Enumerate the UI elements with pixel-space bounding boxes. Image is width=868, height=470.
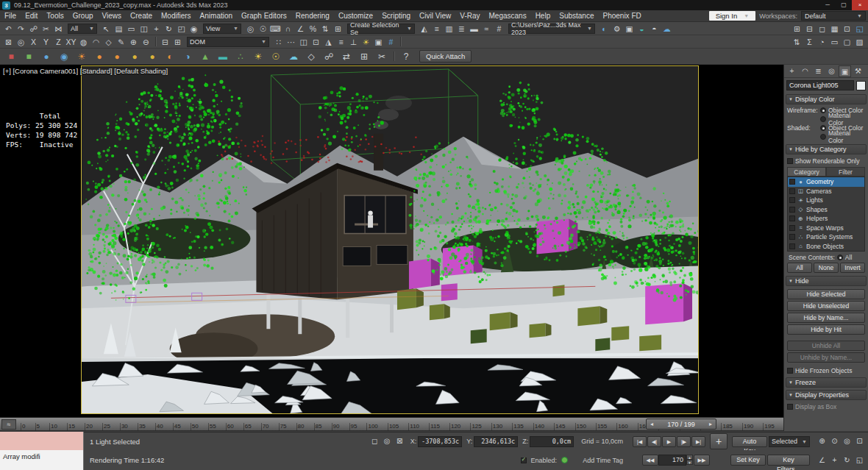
corona-render-icon[interactable]: ◐ [161,49,179,64]
frame-tick-label[interactable]: 110 [408,423,419,430]
menu-item[interactable]: V-Ray [455,10,484,21]
viewport-scene[interactable] [82,66,698,413]
menu-item[interactable]: Phoenix FD [598,10,645,21]
scene-cleaner-icon[interactable]: ✂ [373,49,391,64]
viewport-config-icon[interactable]: ⊡ [841,23,853,35]
go-to-start-icon[interactable]: |◀ [633,436,647,447]
workspace-dropdown[interactable]: Default ▼ [801,11,866,21]
selection-lock-icon[interactable]: ⊠ [2,36,15,48]
phoenix-liquid-icon[interactable]: ◉ [55,49,73,64]
remove-modifier-icon[interactable]: ⊟ [159,36,171,48]
spinner-snap-icon[interactable]: ⇅ [319,23,332,35]
frame-tick-label[interactable]: 10 [49,423,57,430]
viewport-split-icon[interactable]: ⊟ [803,23,816,35]
normal-align-icon[interactable]: ⊥ [347,36,360,48]
category-lights[interactable]: ☀ Lights [788,196,864,205]
selection-region-icon[interactable]: ▭ [125,23,138,35]
relink-bitmaps-icon[interactable]: ☍ [320,49,338,64]
display-tab-icon[interactable]: ▣ [839,65,851,77]
maxscript-listener[interactable]: Array modifi [0,450,84,470]
tab-filter[interactable]: Filter [826,167,865,177]
category-checkbox[interactable] [789,216,795,221]
snaps-toggle-icon[interactable]: ∩ [282,23,294,35]
select-link-icon[interactable]: ☍ [27,23,40,35]
render-teapot-1-icon[interactable]: ● [90,49,108,64]
isolate-selection-icon[interactable]: ◻ [369,435,381,447]
track-bar[interactable]: ≈ 05101520253035404550556065707580859095… [0,417,783,431]
enabled-checkbox[interactable] [521,457,527,463]
category-checkbox[interactable] [789,234,795,240]
tab-category[interactable]: Category [787,167,826,177]
viewport-label[interactable]: [+] [Corona Camera001] [Standard] [Defau… [3,67,168,75]
scene-box-red-icon[interactable]: ■ [2,49,20,64]
uvw-tools-icon[interactable]: ⊞ [355,49,373,64]
minimize-button[interactable]: ─ [819,0,836,10]
edge-constraint-icon[interactable]: ◠ [90,36,102,48]
frame-tick-label[interactable]: 185 [721,423,732,430]
hierarchy-tab-icon[interactable]: ≣ [812,65,825,77]
category-bone-objects[interactable]: ⌂ Bone Objects [788,242,864,252]
frame-tick-label[interactable]: 150 [575,423,586,430]
category-select-button[interactable]: All [787,263,812,273]
mirror-tool-icon[interactable]: ◮ [322,36,335,48]
select-object-icon[interactable]: ↖ [100,23,113,35]
frame-tick-label[interactable]: 30 [120,423,128,430]
multiscatter-icon[interactable]: ∴ [232,49,249,64]
frame-tick-label[interactable]: 15 [67,423,75,430]
category-select-button[interactable]: None [814,263,839,273]
render-teapot-4-icon[interactable]: ● [143,49,161,64]
render-production-icon[interactable]: ◒ [636,23,648,35]
menu-item[interactable]: Create [126,10,157,21]
menu-item[interactable]: Rendering [291,10,334,21]
grow-selection-icon[interactable]: ⊕ [127,36,140,48]
light-lister-icon[interactable]: ☀ [249,49,267,64]
frame-tick-label[interactable]: 75 [279,423,287,430]
rollout-hide[interactable]: ▼ Hide [786,276,867,286]
quick-attach-button[interactable]: Quick Attach [419,50,472,63]
unhide-by-name-button[interactable]: Unhide by Name... [787,352,865,363]
utilities-tab-icon[interactable]: ⚒ [852,65,864,77]
object-name-field[interactable]: Corona Light005 [786,80,854,90]
render-iterative-icon[interactable]: ◓ [648,23,661,35]
hide-by-name-button[interactable]: Hide by Name... [787,313,865,323]
enabled-indicator-icon[interactable] [561,457,568,463]
category-checkbox[interactable] [789,179,795,185]
menu-item[interactable]: Views [98,10,127,21]
set-key-button[interactable]: Set Key [730,455,766,466]
y-coordinate-field[interactable]: 2346,613c [474,436,518,447]
frame-tick-label[interactable]: 40 [155,423,163,430]
clone-icon[interactable]: ⊡ [310,36,322,48]
rollout-display-properties[interactable]: ▼ Display Properties [786,390,867,400]
x-coordinate-field[interactable]: -3708,853c [418,436,462,447]
spinner-down-icon[interactable]: ▼ [686,460,693,465]
current-frame-field[interactable]: 170 [658,455,686,466]
bind-spacewarp-icon[interactable]: ⋈ [52,23,65,35]
category-checkbox[interactable] [789,197,795,203]
scene-sphere-blue-icon[interactable]: ● [38,49,55,64]
menu-item[interactable]: Edit [21,10,42,21]
frame-tick-label[interactable]: 20 [85,423,93,430]
scene-explorer-icon[interactable]: ≣ [455,23,468,35]
display-statistics-icon[interactable]: ▦ [828,23,841,35]
undo-icon[interactable]: ↶ [2,23,15,35]
sun-positioner-icon[interactable]: ☉ [267,49,285,64]
rollout-display-color[interactable]: ▼ Display Color [786,94,867,104]
zoom-extents-icon[interactable]: ◎ [841,435,853,447]
menu-item[interactable]: Tools [42,10,68,21]
unhide-all-button[interactable]: Unhide All [787,341,865,351]
camera-safe-frame[interactable] [81,65,699,414]
rollout-freeze[interactable]: ▼ Freeze [786,377,867,388]
frame-tick-label[interactable]: 115 [429,423,440,430]
object-color-swatch[interactable] [856,81,866,90]
keyboard-override-icon[interactable]: ⌨ [269,23,282,35]
menu-item[interactable]: Group [68,10,98,21]
key-filters-button[interactable]: Key Filters... [767,455,810,466]
railclone-icon[interactable]: ▬ [214,49,232,64]
coordinate-system-dropdown[interactable]: View ▼ [203,24,241,34]
array-tool-icon[interactable]: ∷ [272,36,285,48]
next-frame-arrow-icon[interactable]: ▸ [707,421,714,427]
frame-tick-label[interactable]: 95 [349,423,357,430]
shrink-selection-icon[interactable]: ⊖ [140,36,152,48]
frame-tick-label[interactable]: 100 [366,423,377,430]
modifier-set-dropdown[interactable]: DOM ▼ [187,37,269,47]
